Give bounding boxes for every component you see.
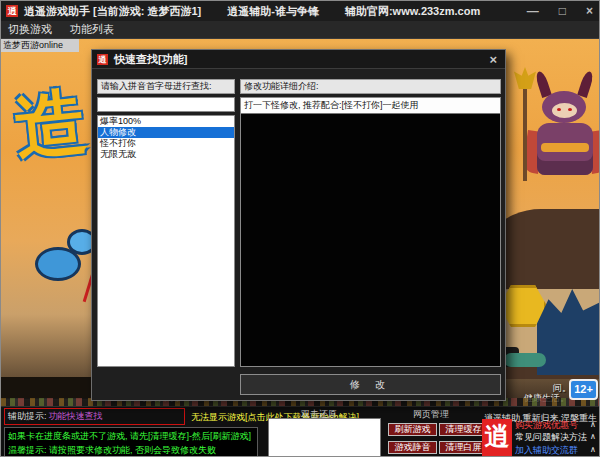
console-log: 如果卡在进度条或进不了游戏, 请先[清理缓存]-然后[刷新游戏] 温馨提示: 请…: [4, 427, 258, 457]
list-item[interactable]: 爆率100%: [98, 116, 234, 127]
demon-eye-right: [568, 108, 572, 111]
dialog-title-bar: 逍 快速查找[功能] ×: [92, 50, 505, 69]
list-item[interactable]: 怪不打你: [98, 138, 234, 149]
list-item[interactable]: 无限无敌: [98, 149, 234, 160]
menu-switch-game[interactable]: 切换游戏: [8, 22, 52, 37]
dialog-title: 快速查找[功能]: [114, 52, 187, 67]
demon-face: [552, 103, 577, 118]
join-group-link[interactable]: 加入辅助交流群: [515, 444, 578, 457]
window-subtitle: 逍遥辅助-谁与争锋: [227, 4, 319, 19]
web-manage-label: 网页管理: [413, 408, 449, 421]
game-logo-art: 造: [10, 73, 92, 176]
helper-tip-box: 辅助提示: 功能快速查找: [4, 408, 185, 425]
tip-label: 辅助提示:: [8, 410, 47, 423]
teal-arm-art: [504, 353, 546, 367]
mute-game-button[interactable]: 游戏静音: [388, 441, 437, 454]
double-click-restore-box[interactable]: [268, 418, 381, 457]
staff-pole: [523, 85, 527, 181]
feature-list: 爆率100% 人物修改 怪不打你 无限无敌: [97, 115, 235, 367]
dialog-close-icon[interactable]: ×: [489, 52, 497, 67]
demon-belt: [541, 143, 589, 152]
demon-eye-left: [557, 108, 561, 111]
chevron-up-icon[interactable]: ∧: [590, 420, 600, 429]
quick-find-dialog: 逍 快速查找[功能] × 请输入拼音首字母进行查找: 修改功能详细介绍: 爆率1…: [91, 49, 506, 401]
xiaoyao-logo[interactable]: 逍: [482, 419, 512, 456]
minimize-icon[interactable]: —: [527, 4, 539, 18]
menu-bar: 切换游戏 功能列表: [1, 21, 599, 39]
clear-cache-button[interactable]: 清理缓存: [439, 423, 488, 436]
window-title: 逍遥游戏助手 [当前游戏: 造梦西游1]: [24, 4, 201, 19]
demon-horn-right: [577, 70, 595, 98]
menu-feature-list[interactable]: 功能列表: [70, 22, 114, 37]
close-icon[interactable]: ×: [586, 4, 593, 18]
detail-text: 打一下怪修改, 推荐配合:[怪不打你]一起使用: [241, 98, 500, 114]
console-line: 温馨提示: 请按照要求修改功能, 否则会导致修改失败: [8, 443, 254, 457]
bottom-panel: 辅助提示: 功能快速查找 无法显示游戏[点击此处下载最新flash解决] 如果卡…: [1, 406, 600, 457]
dialog-logo-icon: 逍: [97, 54, 108, 65]
app-logo-icon: 逍: [6, 5, 18, 17]
refresh-game-button[interactable]: 刷新游戏: [388, 423, 437, 436]
detail-panel[interactable]: 打一下怪修改, 推荐配合:[怪不打你]一起使用: [240, 97, 501, 367]
tip-value: 功能快速查找: [49, 410, 103, 423]
faq-link[interactable]: 常见问题解决方法: [515, 431, 587, 444]
age-rating-badge: 12+: [569, 379, 598, 400]
window-site: 辅助官网:www.233zm.com: [345, 4, 480, 19]
chevron-up-icon[interactable]: ∧: [590, 445, 600, 454]
app-window: 逍 逍遥游戏助手 [当前游戏: 造梦西游1] 逍遥辅助-谁与争锋 辅助官网:ww…: [0, 0, 600, 457]
game-tab[interactable]: 造梦西游online: [1, 39, 79, 52]
list-item-selected[interactable]: 人物修改: [98, 127, 234, 138]
title-bar: 逍 逍遥游戏助手 [当前游戏: 造梦西游1] 逍遥辅助-谁与争锋 辅助官网:ww…: [1, 1, 599, 21]
detail-label: 修改功能详细介绍:: [240, 79, 501, 94]
console-line: 如果卡在进度条或进不了游戏, 请先[清理缓存]-然后[刷新游戏]: [8, 429, 254, 443]
staff-trident-icon: [514, 67, 536, 89]
pinyin-search-input[interactable]: [97, 97, 235, 112]
search-label: 请输入拼音首字母进行查找:: [97, 79, 235, 94]
maximize-icon[interactable]: □: [559, 4, 566, 18]
clear-whitescreen-button[interactable]: 清理白屏: [439, 441, 488, 454]
modify-button[interactable]: 修 改: [240, 374, 501, 395]
chevron-up-icon[interactable]: ∧: [590, 432, 600, 441]
